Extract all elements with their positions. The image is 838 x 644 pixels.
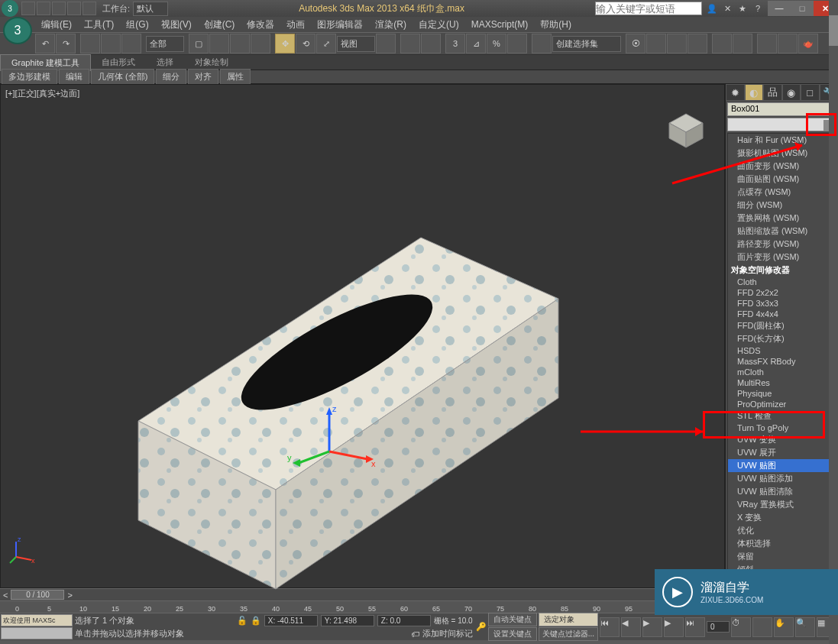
menu-edit[interactable]: 编辑(E) bbox=[35, 17, 78, 33]
play-icon[interactable]: ▶ bbox=[642, 617, 662, 637]
layers-icon[interactable] bbox=[667, 34, 687, 53]
manipulate-icon[interactable] bbox=[400, 34, 420, 53]
qat-new-icon[interactable] bbox=[21, 2, 35, 15]
modifier-item[interactable]: STL 检查 bbox=[728, 409, 836, 422]
hierarchy-tab-icon[interactable]: 品 bbox=[763, 84, 782, 101]
search-input[interactable] bbox=[595, 2, 702, 15]
favorites-icon[interactable]: ★ bbox=[736, 2, 749, 15]
select-name-icon[interactable] bbox=[209, 34, 229, 53]
modifier-item[interactable]: UVW 变换 bbox=[728, 433, 836, 446]
qat-undo-icon[interactable] bbox=[67, 2, 81, 15]
qat-redo-icon[interactable] bbox=[83, 2, 96, 15]
scale-icon[interactable]: ⤢ bbox=[316, 34, 336, 53]
material-editor-icon[interactable] bbox=[733, 34, 752, 53]
angle-snap-icon[interactable]: ⊿ bbox=[466, 34, 486, 53]
viewport[interactable]: [+][正交][真实+边面] bbox=[0, 84, 725, 588]
isolate-icon[interactable] bbox=[752, 617, 772, 637]
current-frame-field[interactable]: 0 bbox=[707, 621, 730, 633]
prev-frame-icon[interactable]: ◀ bbox=[621, 617, 641, 637]
undo-icon[interactable]: ↶ bbox=[35, 34, 55, 53]
next-frame-icon[interactable]: ▶ bbox=[664, 617, 684, 637]
snap-icon[interactable]: 3 bbox=[445, 34, 465, 53]
ribbon-tab-selection[interactable]: 选择 bbox=[146, 54, 184, 70]
rotate-icon[interactable]: ⟲ bbox=[296, 34, 315, 53]
modifier-item[interactable]: ProOptimizer bbox=[728, 399, 836, 409]
lock-icon[interactable]: 🔓 bbox=[237, 616, 248, 626]
modifier-item[interactable]: MassFX RBody bbox=[728, 356, 836, 367]
modifier-item[interactable]: HSDS bbox=[728, 345, 836, 356]
app-icon[interactable]: 3 bbox=[2, 0, 18, 17]
schematic-icon[interactable] bbox=[712, 34, 732, 53]
ribbon-subdivide[interactable]: 细分 bbox=[156, 69, 186, 85]
ribbon-poly-modeling[interactable]: 多边形建模 bbox=[2, 69, 57, 85]
ribbon-properties[interactable]: 属性 bbox=[220, 69, 251, 85]
modifier-item[interactable]: FFD(圆柱体) bbox=[728, 319, 836, 332]
modifier-item[interactable]: Cloth bbox=[728, 277, 836, 287]
redo-icon[interactable]: ↷ bbox=[56, 34, 76, 53]
modify-tab-icon[interactable]: ◐ bbox=[745, 84, 764, 101]
mirror-icon[interactable]: ⦿ bbox=[626, 34, 645, 53]
bind-icon[interactable] bbox=[121, 34, 141, 53]
modifier-item[interactable]: MultiRes bbox=[728, 377, 836, 388]
set-key-button[interactable]: 设置关键点 bbox=[488, 627, 537, 641]
align-icon[interactable] bbox=[646, 34, 666, 53]
curve-editor-icon[interactable] bbox=[688, 34, 707, 53]
x-coord-field[interactable]: X: -40.511 bbox=[264, 615, 318, 626]
modifier-item[interactable]: FFD 3x3x3 bbox=[728, 298, 836, 309]
modifier-item[interactable]: UVW 贴图添加 bbox=[728, 472, 836, 485]
menu-modifiers[interactable]: 修改器 bbox=[241, 17, 280, 33]
maximize-button[interactable]: □ bbox=[791, 1, 814, 16]
link-icon[interactable] bbox=[80, 34, 100, 53]
viewport-label[interactable]: [+][正交][真实+边面] bbox=[5, 88, 79, 99]
application-menu-button[interactable]: 3 bbox=[3, 17, 32, 44]
minimize-button[interactable]: — bbox=[768, 1, 791, 16]
select-region-icon[interactable] bbox=[230, 34, 250, 53]
menu-customize[interactable]: 自定义(U) bbox=[413, 17, 465, 33]
help-icon[interactable]: ? bbox=[751, 2, 765, 15]
modifier-item[interactable]: FFD 2x2x2 bbox=[728, 287, 836, 298]
named-selset-dropdown[interactable]: 创建选择集 bbox=[552, 36, 621, 52]
auto-key-button[interactable]: 自动关键点 bbox=[488, 613, 537, 626]
modifier-item[interactable]: UVW 贴图 bbox=[728, 459, 836, 472]
lock-selection-icon[interactable]: 🔒 bbox=[251, 616, 261, 626]
qat-save-icon[interactable] bbox=[52, 2, 66, 15]
modifier-item[interactable]: mCloth bbox=[728, 367, 836, 377]
modifier-item[interactable]: Physique bbox=[728, 388, 836, 399]
render-icon[interactable]: 🫖 bbox=[798, 34, 818, 53]
selection-filter-dropdown[interactable]: 全部 bbox=[146, 36, 184, 52]
maxscript-mini-listener[interactable]: 欢迎使用 MAXSc bbox=[1, 614, 73, 626]
sign-in-icon[interactable]: 👤 bbox=[705, 2, 719, 15]
unlink-icon[interactable] bbox=[101, 34, 121, 53]
menu-tools[interactable]: 工具(T) bbox=[78, 17, 120, 33]
goto-start-icon[interactable]: ⏮ bbox=[600, 617, 620, 637]
rendered-object[interactable]: z x y bbox=[92, 199, 566, 597]
ref-coord-dropdown[interactable]: 视图 bbox=[337, 36, 375, 52]
render-frame-icon[interactable] bbox=[778, 34, 798, 53]
modifier-item[interactable]: Turn To gPoly bbox=[728, 422, 836, 433]
ribbon-align[interactable]: 对齐 bbox=[188, 69, 218, 85]
ribbon-geometry[interactable]: 几何体 (全部) bbox=[91, 69, 154, 85]
workspace-dropdown[interactable]: 默认 bbox=[133, 2, 168, 16]
percent-snap-icon[interactable]: % bbox=[487, 34, 506, 53]
time-tag-icon[interactable]: 🏷 bbox=[411, 629, 419, 639]
modifier-item[interactable]: 路径变形 (WSM) bbox=[728, 238, 836, 251]
keyboard-icon[interactable] bbox=[421, 34, 441, 53]
ribbon-edit[interactable]: 编辑 bbox=[59, 69, 89, 85]
modifier-item[interactable]: X 变换 bbox=[728, 511, 836, 524]
add-time-tag[interactable]: 添加时间标记 bbox=[422, 628, 473, 639]
spinner-snap-icon[interactable] bbox=[507, 34, 527, 53]
key-mode-dropdown[interactable]: 选定对象 bbox=[539, 613, 598, 626]
ribbon-tab-freeform[interactable]: 自由形式 bbox=[91, 54, 146, 70]
menu-maxscript[interactable]: MAXScript(M) bbox=[465, 18, 535, 31]
modifier-item[interactable]: FFD 4x4x4 bbox=[728, 309, 836, 319]
modifier-item[interactable]: UVW 贴图清除 bbox=[728, 485, 836, 498]
pan-icon[interactable]: ✋ bbox=[774, 617, 794, 637]
key-filters-button[interactable]: 关键点过滤器... bbox=[539, 627, 598, 641]
modifier-item[interactable]: 优化 bbox=[728, 524, 836, 537]
z-coord-field[interactable]: Z: 0.0 bbox=[377, 615, 431, 626]
menu-create[interactable]: 创建(C) bbox=[198, 17, 241, 33]
maxscript-output[interactable] bbox=[1, 627, 73, 639]
y-coord-field[interactable]: Y: 21.498 bbox=[321, 615, 374, 626]
modifier-item[interactable]: 保留 bbox=[728, 550, 836, 563]
modifier-item[interactable]: 置换网格 (WSM) bbox=[728, 212, 836, 225]
